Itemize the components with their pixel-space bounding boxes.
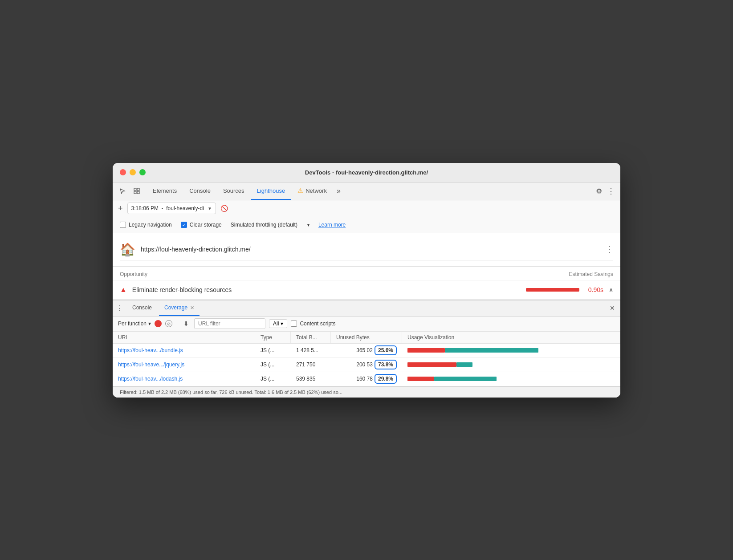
block-icon[interactable]: 🚫	[220, 205, 228, 212]
clear-storage-label: Clear storage	[190, 222, 222, 228]
close-coverage-tab-icon[interactable]: ✕	[190, 305, 194, 311]
cursor-icon[interactable]	[116, 185, 129, 197]
content-scripts-checkbox[interactable]	[291, 321, 297, 327]
close-panel-button[interactable]: ✕	[608, 304, 617, 312]
more-tabs-button[interactable]: »	[333, 187, 344, 195]
tab-elements[interactable]: Elements	[147, 182, 183, 200]
coverage-table: URL Type Total B... Unused Bytes Usage V…	[113, 332, 620, 386]
cell-viz-jquery	[402, 357, 620, 372]
cell-unused-bundle: 365 02 25.6%	[331, 343, 402, 357]
svg-rect-1	[137, 188, 139, 191]
opportunity-section: Opportunity Estimated Savings ▲ Eliminat…	[113, 267, 620, 300]
url-text: https://foul-heavenly-direction.glitch.m…	[141, 246, 600, 253]
collapse-button[interactable]: ∧	[609, 286, 613, 293]
clear-storage-group: Clear storage	[181, 222, 222, 228]
nav-icons	[116, 185, 143, 197]
url-filter-input[interactable]	[194, 318, 265, 329]
cell-url-bundle[interactable]: https://foul-heav.../bundle.js	[113, 343, 255, 357]
viz-bar-teal-bundle	[445, 348, 538, 353]
svg-rect-3	[137, 191, 139, 194]
maximize-button[interactable]	[139, 169, 146, 175]
col-header-viz: Usage Visualization	[402, 332, 620, 343]
stop-record-button[interactable]: ⊘	[165, 320, 172, 327]
clear-storage-checkbox[interactable]	[181, 222, 187, 228]
panel-tab-console[interactable]: Console	[127, 300, 157, 316]
url-row: 🏠 https://foul-heavenly-direction.glitch…	[120, 239, 613, 261]
cell-viz-lodash	[402, 372, 620, 386]
panel-menu-button[interactable]: ⋮	[116, 304, 123, 312]
address-time: 3:18:06 PM - foul-heavenly-di	[131, 205, 204, 211]
cell-total-jquery: 271 750	[291, 357, 331, 372]
opportunity-col-label: Opportunity	[120, 271, 147, 277]
unused-pct-highlight-jquery: 73.8%	[375, 360, 397, 369]
lighthouse-menu-button[interactable]: ⋮	[605, 244, 613, 254]
per-function-button[interactable]: Per function ▾	[118, 321, 151, 327]
col-header-type: Type	[255, 332, 291, 343]
inspect-icon[interactable]	[130, 185, 143, 197]
learn-more-link[interactable]: Learn more	[318, 222, 346, 228]
savings-time: 0.90s	[588, 286, 603, 293]
status-bar: Filtered: 1.5 MB of 2.2 MB (68%) used so…	[113, 386, 620, 398]
opportunity-header: Opportunity Estimated Savings	[113, 267, 620, 280]
table-row[interactable]: https://foul-heave.../jquery.js JS (... …	[113, 358, 620, 372]
opportunity-row-render-blocking[interactable]: ▲ Eliminate render-blocking resources 0.…	[113, 280, 620, 300]
viz-bar-red-jquery	[407, 362, 456, 367]
throttle-dropdown-icon[interactable]: ▾	[307, 223, 309, 227]
col-header-total: Total B...	[291, 332, 331, 343]
table-row[interactable]: https://foul-heav.../lodash.js JS (... 5…	[113, 372, 620, 386]
toolbar-separator	[177, 319, 177, 328]
type-filter-dropdown-icon: ▾	[281, 321, 283, 327]
panel-tab-bar: ⋮ Console Coverage ✕ ✕	[113, 300, 620, 317]
export-button[interactable]: ⬇	[182, 319, 191, 328]
coverage-panel: ⋮ Console Coverage ✕ ✕ Per function ▾ ⊘ …	[113, 300, 620, 398]
cell-total-lodash: 539 835	[291, 372, 331, 386]
warning-triangle-icon: ▲	[120, 286, 127, 294]
table-header: URL Type Total B... Unused Bytes Usage V…	[113, 332, 620, 344]
table-row[interactable]: https://foul-heav.../bundle.js JS (... 1…	[113, 344, 620, 358]
minimize-button[interactable]	[130, 169, 136, 175]
cell-url-lodash[interactable]: https://foul-heav.../lodash.js	[113, 372, 255, 386]
svg-rect-0	[134, 188, 136, 191]
tab-sources[interactable]: Sources	[217, 182, 251, 200]
type-filter-dropdown[interactable]: All ▾	[269, 319, 287, 328]
opportunity-title: Eliminate render-blocking resources	[132, 286, 521, 293]
svg-rect-2	[134, 191, 136, 194]
devtools-window: DevTools - foul-heavenly-direction.glitc…	[113, 163, 620, 398]
warning-icon: ⚠	[297, 187, 303, 194]
devtools-menu-button[interactable]: ⋮	[605, 186, 617, 196]
titlebar: DevTools - foul-heavenly-direction.glitc…	[113, 163, 620, 183]
address-bar[interactable]: 3:18:06 PM - foul-heavenly-di ▼	[127, 203, 216, 214]
close-button[interactable]	[120, 169, 126, 175]
viz-bar-teal-lodash	[434, 377, 497, 381]
settings-button[interactable]: ⚙	[593, 185, 605, 197]
viz-bar-red-bundle	[407, 348, 445, 353]
tab-network[interactable]: ⚠ Network	[291, 182, 333, 200]
cell-type-lodash: JS (...	[255, 372, 291, 386]
cell-type-bundle: JS (...	[255, 343, 291, 357]
legacy-nav-group: Legacy navigation	[120, 222, 172, 228]
cell-unused-lodash: 160 78 29.8%	[331, 372, 402, 386]
col-header-url: URL	[113, 332, 255, 343]
window-controls	[120, 169, 146, 175]
lighthouse-icon: 🏠	[120, 242, 135, 257]
legacy-nav-checkbox[interactable]	[120, 222, 126, 228]
legacy-nav-label: Legacy navigation	[129, 222, 172, 228]
cell-unused-jquery: 200 53 73.8%	[331, 357, 402, 372]
address-dropdown-icon[interactable]: ▼	[208, 206, 212, 211]
options-row: Legacy navigation Clear storage Simulate…	[113, 217, 620, 233]
cell-total-bundle: 1 428 5...	[291, 343, 331, 357]
window-title: DevTools - foul-heavenly-direction.glitc…	[305, 169, 428, 176]
per-function-dropdown-icon: ▾	[148, 321, 151, 327]
unused-pct-highlight-lodash: 29.8%	[375, 374, 397, 384]
lighthouse-section: 🏠 https://foul-heavenly-direction.glitch…	[113, 233, 620, 267]
panel-tab-coverage[interactable]: Coverage ✕	[159, 300, 200, 316]
estimated-savings-col-label: Estimated Savings	[569, 271, 613, 277]
cell-url-jquery[interactable]: https://foul-heave.../jquery.js	[113, 357, 255, 372]
new-tab-button[interactable]: +	[118, 204, 123, 213]
tab-lighthouse[interactable]: Lighthouse	[251, 182, 292, 200]
record-button[interactable]	[155, 320, 162, 327]
viz-bar-teal-jquery	[456, 362, 472, 367]
viz-bar-red-lodash	[407, 377, 434, 381]
coverage-toolbar: Per function ▾ ⊘ ⬇ All ▾ Content scripts	[113, 317, 620, 332]
tab-console[interactable]: Console	[183, 182, 217, 200]
